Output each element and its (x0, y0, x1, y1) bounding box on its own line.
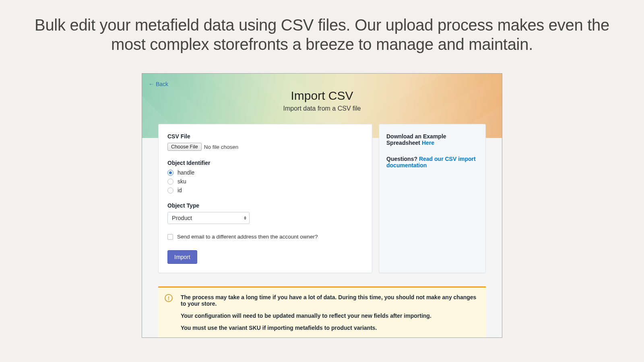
radio-id[interactable]: id (167, 187, 363, 193)
object-type-select[interactable]: Product (167, 212, 250, 224)
radio-label: id (178, 187, 182, 193)
checkbox-label: Send email to a different address then t… (177, 234, 318, 240)
warning-text: You must use the variant SKU if importin… (181, 325, 479, 331)
radio-label: handle (178, 169, 194, 176)
download-text: Download an Example Spreadsheet (386, 133, 446, 146)
radio-handle[interactable]: handle (167, 169, 363, 176)
radio-icon (167, 179, 173, 185)
warning-text: The process may take a long time if you … (181, 294, 479, 307)
choose-file-button[interactable]: Choose File (167, 143, 202, 151)
warning-banner: ! The process may take a long time if yo… (158, 286, 486, 337)
csv-file-label: CSV File (167, 133, 363, 140)
select-caret-icon (244, 216, 246, 220)
questions-text: Questions? (386, 156, 419, 162)
file-status-text: No file chosen (204, 144, 239, 150)
email-checkbox-row[interactable]: Send email to a different address then t… (167, 234, 363, 240)
radio-label: sku (178, 178, 186, 185)
import-button[interactable]: Import (167, 250, 197, 264)
download-example-link[interactable]: Here (422, 140, 434, 146)
page-hero: Bulk edit your metafield data using CSV … (0, 0, 644, 54)
radio-icon (167, 187, 173, 193)
object-identifier-group: handle sku id (167, 169, 363, 193)
help-sidebar: Download an Example Spreadsheet Here Que… (379, 124, 486, 273)
radio-icon (167, 170, 173, 176)
page-title: Import CSV (142, 89, 502, 103)
back-link[interactable]: ← Back (149, 81, 168, 87)
checkbox-icon (167, 234, 173, 240)
object-type-label: Object Type (167, 202, 363, 209)
app-window: ← Back Import CSV Import data from a CSV… (142, 73, 502, 338)
object-identifier-label: Object Identifier (167, 160, 363, 166)
warning-text: Your configuration will need to be updat… (181, 313, 479, 319)
import-form-card: CSV File Choose File No file chosen Obje… (158, 124, 372, 273)
select-value: Product (172, 215, 192, 221)
page-subtitle: Import data from a CSV file (142, 105, 502, 112)
warning-icon: ! (165, 294, 173, 302)
radio-sku[interactable]: sku (167, 178, 363, 185)
